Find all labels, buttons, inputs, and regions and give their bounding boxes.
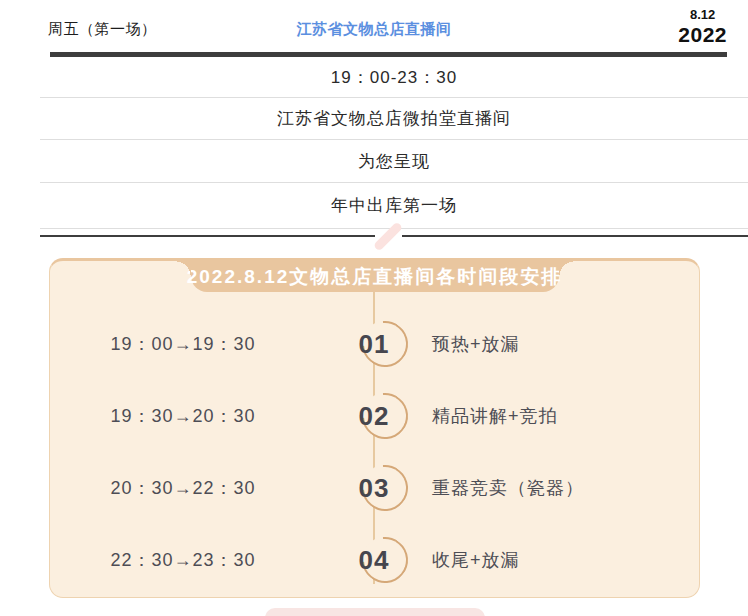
timeline-node: 02 <box>316 380 432 452</box>
slot-time: 20：30→22：30 <box>50 476 316 500</box>
page: 周五（第一场） 江苏省文物总店直播间 8.12 2022 19：00-23：30… <box>0 0 748 616</box>
intro-row-time: 19：00-23：30 <box>40 58 748 98</box>
schedule-card: 2022.8.12文物总店直播间各时间段安排 19：00→19：30 01 预热… <box>49 258 700 598</box>
slot-number: 03 <box>359 473 390 504</box>
slot-number: 01 <box>359 329 390 360</box>
slot-time: 19：00→19：30 <box>50 332 316 356</box>
page-title: 江苏省文物总店直播间 <box>0 20 748 39</box>
slot-number: 04 <box>359 545 390 576</box>
divider-dark-right <box>402 235 748 237</box>
divider-thick <box>50 52 727 57</box>
slot-event: 精品讲解+竞拍 <box>432 404 748 428</box>
slot-event: 收尾+放漏 <box>432 548 723 572</box>
schedule-title-tab: 2022.8.12文物总店直播间各时间段安排 <box>191 261 559 292</box>
divider-dark-left <box>40 235 375 237</box>
next-section-peek <box>265 608 485 616</box>
intro-row-presents: 为您呈现 <box>40 140 748 183</box>
schedule-row: 22：30→23：30 04 收尾+放漏 <box>50 524 699 596</box>
schedule-rows: 19：00→19：30 01 预热+放漏 19：30→20：30 02 精品讲解… <box>50 308 699 596</box>
intro-row-event-name: 年中出库第一场 <box>40 183 748 229</box>
tab-ear-left <box>177 261 191 275</box>
schedule-title: 2022.8.12文物总店直播间各时间段安排 <box>187 264 563 290</box>
intro-section: 19：00-23：30 江苏省文物总店微拍堂直播间 为您呈现 年中出库第一场 <box>40 58 748 229</box>
timeline-node: 04 <box>316 524 432 596</box>
slot-event: 重器竞卖（瓷器） <box>432 476 748 500</box>
schedule-row: 19：30→20：30 02 精品讲解+竞拍 <box>50 380 699 452</box>
slot-event: 预热+放漏 <box>432 332 723 356</box>
slot-time: 22：30→23：30 <box>50 548 316 572</box>
timeline-node: 01 <box>316 308 432 380</box>
intro-row-channel: 江苏省文物总店微拍堂直播间 <box>40 98 748 140</box>
schedule-row: 19：00→19：30 01 预热+放漏 <box>50 308 699 380</box>
date-year: 2022 <box>678 24 727 45</box>
timeline-node: 03 <box>316 452 432 524</box>
date-month-day: 8.12 <box>678 8 727 21</box>
slot-time: 19：30→20：30 <box>50 404 316 428</box>
date-block: 8.12 2022 <box>678 8 727 45</box>
tab-ear-right <box>559 261 573 275</box>
schedule-row: 20：30→22：30 03 重器竞卖（瓷器） <box>50 452 699 524</box>
slot-number: 02 <box>359 401 390 432</box>
